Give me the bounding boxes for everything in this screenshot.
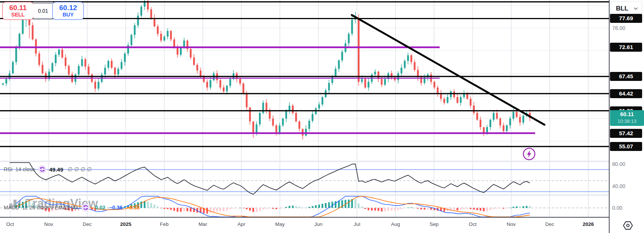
- macd-histogram-bar: [246, 208, 248, 209]
- macd-histogram-bar: [262, 208, 264, 209]
- candle-body: [299, 121, 300, 129]
- macd-histogram-bar: [253, 208, 254, 212]
- macd-histogram-bar: [315, 205, 317, 208]
- macd-histogram-bar: [170, 208, 172, 210]
- macd-histogram-bar: [269, 208, 271, 209]
- pane-separator[interactable]: [0, 161, 609, 162]
- macd-histogram-bar: [397, 208, 399, 210]
- macd-histogram-bar: [463, 208, 465, 209]
- time-axis-label: Mar: [198, 221, 207, 227]
- sell-button[interactable]: 60.11 SELL: [2, 2, 34, 20]
- macd-histogram-bar: [259, 208, 261, 211]
- macd-histogram-bar: [242, 208, 244, 208]
- candle-body: [134, 25, 136, 35]
- spread-value: 0.01: [33, 2, 53, 20]
- macd-histogram-bar: [180, 208, 182, 212]
- candle-body: [513, 112, 515, 118]
- price-scale-settings-hexagon-icon[interactable]: [622, 221, 634, 230]
- macd-histogram-bar: [335, 201, 337, 208]
- candle-body: [55, 55, 57, 63]
- macd-histogram-bar: [476, 208, 478, 210]
- macd-params: 12 26 close 9 EMA EMA: [22, 205, 79, 211]
- macd-histogram-bar: [467, 208, 468, 209]
- rsi-value: 49.49: [49, 166, 64, 173]
- candle-body: [196, 65, 198, 70]
- macd-histogram-bar: [164, 208, 165, 209]
- candle-body: [68, 66, 70, 75]
- candle-body: [242, 84, 244, 93]
- macd-histogram-bar: [496, 208, 498, 209]
- macd-histogram-bar: [256, 208, 257, 212]
- candle-body: [269, 110, 271, 119]
- candle-body: [460, 97, 462, 103]
- time-axis-label: Jul: [354, 221, 360, 227]
- macd-histogram-bar: [371, 208, 373, 211]
- macd-legend: MACD 12 26 close 9 EMA EMA 0.02 −0.36 −0…: [4, 203, 140, 212]
- price-level-label: 55.07: [610, 142, 642, 151]
- macd-values: 0.02 −0.36 −0.38: [93, 204, 140, 211]
- macd-refresh-icon[interactable]: [82, 203, 90, 212]
- candle-body: [32, 25, 34, 39]
- buy-button[interactable]: 60.12 BUY: [52, 2, 84, 20]
- candle-body: [312, 114, 314, 121]
- candle-body: [358, 18, 360, 82]
- candle-body: [374, 72, 376, 75]
- candle-body: [328, 83, 330, 90]
- macd-histogram-bar: [236, 208, 238, 208]
- macd-line-value: −0.36: [109, 205, 122, 211]
- macd-histogram-bar: [473, 208, 475, 210]
- macd-histogram-bar: [282, 208, 284, 208]
- macd-histogram-bar: [223, 208, 225, 211]
- candle-body: [114, 68, 116, 75]
- macd-histogram-bar: [381, 208, 383, 211]
- candle-body: [522, 116, 524, 122]
- candle-body: [137, 16, 139, 25]
- candle-body: [476, 113, 478, 120]
- sell-label: SELL: [11, 12, 25, 18]
- time-axis-label: May: [275, 221, 285, 227]
- candle-body: [499, 119, 501, 125]
- candle-body: [292, 106, 294, 113]
- time-axis-label: Apr: [237, 221, 245, 227]
- candle-body: [78, 66, 80, 75]
- macd-histogram-bar: [410, 208, 412, 208]
- price-axis-tick: 0.00: [612, 204, 622, 212]
- macd-histogram-bar: [160, 208, 162, 208]
- rsi-refresh-icon[interactable]: [38, 165, 46, 173]
- macd-histogram-bar: [500, 208, 501, 209]
- trading-chart-app: TradingView 60.11 SELL 0.01 60.12 BUY BL…: [0, 0, 644, 233]
- macd-histogram-bar: [321, 204, 323, 208]
- candle-body: [480, 120, 482, 127]
- macd-histogram-bar: [503, 208, 504, 209]
- chart-canvas[interactable]: [0, 0, 644, 233]
- chevron-down-icon: [634, 7, 638, 10]
- macd-histogram-bar: [325, 203, 327, 208]
- rsi-hidden-value: ∅: [74, 166, 79, 172]
- candle-body: [282, 119, 284, 125]
- macd-histogram-bar: [226, 208, 228, 211]
- macd-histogram-bar: [167, 208, 169, 209]
- macd-histogram-bar: [526, 206, 528, 208]
- pane-separator[interactable]: [0, 194, 609, 196]
- rsi-hidden-value: ∅: [87, 166, 92, 172]
- macd-histogram-bar: [308, 207, 310, 208]
- macd-histogram-bar: [394, 208, 396, 211]
- candle-body: [410, 55, 412, 62]
- time-axis-label: Oct: [468, 221, 476, 227]
- candle-body: [252, 121, 254, 133]
- candle-body: [42, 65, 43, 73]
- candle-body: [88, 67, 89, 75]
- macd-histogram-bar: [147, 202, 149, 208]
- candle-body: [223, 88, 225, 92]
- candle-body: [131, 35, 132, 45]
- price-level-label: 67.45: [610, 72, 642, 81]
- candle-body: [318, 105, 320, 109]
- candle-body: [65, 58, 67, 66]
- quick-trade-lightning-icon[interactable]: [522, 147, 536, 161]
- candle-body: [85, 59, 86, 67]
- descending-trendline[interactable]: [352, 15, 544, 125]
- time-axis-label: Jun: [314, 221, 323, 227]
- macd-histogram-bar: [295, 206, 297, 208]
- candle-body: [321, 97, 323, 105]
- macd-histogram-bar: [391, 208, 393, 211]
